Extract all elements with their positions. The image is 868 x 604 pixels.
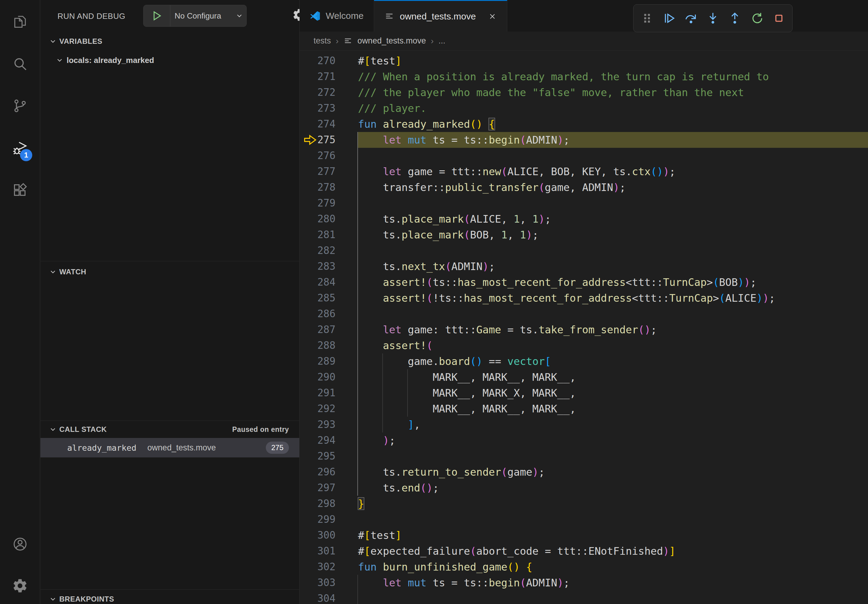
line-number[interactable]: 278: [299, 180, 335, 195]
run-and-debug-sidebar: RUN AND DEBUG No Configura ··· VARIABLES: [40, 0, 299, 604]
section-breakpoints[interactable]: BREAKPOINTS: [40, 591, 299, 604]
line-number[interactable]: 292: [299, 401, 335, 417]
chevron-down-icon: [49, 37, 57, 45]
line-number[interactable]: 281: [299, 227, 335, 243]
breadcrumb-file[interactable]: owned_tests.move: [357, 36, 426, 46]
line-number[interactable]: 301: [299, 543, 335, 559]
line-number[interactable]: 285: [299, 290, 335, 306]
code-line-284: 284 assert!(ts::has_most_recent_for_addr…: [299, 274, 868, 290]
code-text: transfer::public_transfer(game, ADMIN);: [358, 180, 626, 195]
run-and-debug-icon[interactable]: 1: [0, 134, 40, 163]
frame-function: already_marked: [67, 443, 136, 452]
line-number[interactable]: 297: [299, 480, 335, 496]
line-number[interactable]: 286: [299, 306, 335, 322]
code-text: ],: [358, 417, 420, 432]
line-number[interactable]: 287: [299, 322, 335, 338]
line-number[interactable]: 299: [299, 511, 335, 527]
line-number[interactable]: 280: [299, 211, 335, 227]
code-line-298: 298}: [299, 496, 868, 511]
line-number[interactable]: 290: [299, 369, 335, 385]
move-file-icon: [384, 12, 394, 21]
config-dropdown[interactable]: No Configura: [170, 11, 236, 21]
line-number[interactable]: 271: [299, 69, 335, 85]
code-text: let game: ttt::Game = ts.take_from_sende…: [358, 322, 657, 338]
code-text: ts.place_mark(ALICE, 1, 1);: [358, 211, 551, 227]
close-icon[interactable]: [488, 12, 497, 21]
section-divider: [40, 421, 299, 421]
account-icon[interactable]: [0, 530, 40, 559]
line-number[interactable]: 274: [299, 116, 335, 132]
code-line-296: 296 ts.return_to_sender(game);: [299, 464, 868, 480]
line-number[interactable]: 283: [299, 259, 335, 274]
line-number[interactable]: 288: [299, 338, 335, 353]
line-number[interactable]: 291: [299, 385, 335, 401]
line-number[interactable]: 295: [299, 448, 335, 464]
code-line-294: 294 );: [299, 432, 868, 448]
code-text: MARK__, MARK__, MARK__,: [358, 401, 576, 417]
section-call-stack[interactable]: CALL STACK Paused on entry: [40, 421, 299, 437]
code-text: ts.return_to_sender(game);: [358, 464, 545, 480]
section-watch[interactable]: WATCH: [40, 264, 299, 280]
code-line-304: 304: [299, 591, 868, 604]
extensions-icon[interactable]: [0, 176, 40, 205]
activity-bar: 1: [0, 0, 40, 604]
code-text: MARK__, MARK__, MARK__,: [358, 369, 576, 385]
line-number[interactable]: 304: [299, 591, 335, 604]
line-number[interactable]: 294: [299, 432, 335, 448]
chevron-down-icon: [49, 426, 57, 434]
step-out-icon[interactable]: [726, 10, 743, 27]
line-number[interactable]: 272: [299, 85, 335, 101]
sidebar-title: RUN AND DEBUG: [57, 12, 125, 21]
code-text: fun already_marked() {: [358, 116, 495, 132]
line-number[interactable]: 277: [299, 164, 335, 180]
breadcrumb: tests › owned_tests.move › ...: [299, 32, 868, 51]
breadcrumb-symbol[interactable]: ...: [439, 36, 446, 46]
line-number[interactable]: 293: [299, 417, 335, 432]
line-number[interactable]: 284: [299, 274, 335, 290]
section-variables[interactable]: VARIABLES: [40, 34, 299, 49]
settings-gear-icon[interactable]: [0, 571, 40, 600]
code-line-300: 300#[test]: [299, 527, 868, 543]
source-control-icon[interactable]: [0, 91, 40, 121]
search-icon[interactable]: [0, 49, 40, 79]
explorer-icon[interactable]: [0, 7, 40, 36]
code-line-275: 275 let mut ts = ts::begin(ADMIN);: [299, 132, 868, 148]
line-number[interactable]: 279: [299, 195, 335, 211]
tab-welcome[interactable]: Welcome: [299, 0, 374, 32]
step-over-icon[interactable]: [682, 10, 699, 27]
continue-icon[interactable]: [660, 10, 677, 27]
drag-handle-icon[interactable]: [639, 10, 656, 27]
breadcrumb-folder[interactable]: tests: [313, 36, 331, 46]
line-number[interactable]: 302: [299, 559, 335, 575]
line-number[interactable]: 270: [299, 53, 335, 69]
stop-icon[interactable]: [770, 10, 787, 27]
code-text: assert!(ts::has_most_recent_for_address<…: [358, 274, 756, 290]
line-number[interactable]: 300: [299, 527, 335, 543]
vscode-logo-icon: [310, 11, 320, 21]
code-text: let mut ts = ts::begin(ADMIN);: [358, 575, 570, 591]
start-debug-button[interactable]: [144, 5, 170, 26]
code-line-272: 272/// the player who made the "false" m…: [299, 85, 868, 101]
step-into-icon[interactable]: [704, 10, 721, 27]
chevron-down-icon: [49, 595, 57, 603]
line-number[interactable]: 289: [299, 353, 335, 369]
call-stack-frame[interactable]: already_marked owned_tests.move 275: [40, 438, 299, 457]
code-line-283: 283 ts.next_tx(ADMIN);: [299, 259, 868, 274]
chevron-down-icon[interactable]: [236, 12, 246, 20]
variables-scope-locals[interactable]: locals: already_marked: [40, 52, 299, 69]
line-number[interactable]: 282: [299, 243, 335, 259]
pause-status: Paused on entry: [232, 426, 289, 434]
code-text: /// When a position is already marked, t…: [358, 69, 769, 85]
chevron-down-icon: [49, 268, 57, 276]
line-number[interactable]: 273: [299, 101, 335, 116]
line-number[interactable]: 276: [299, 148, 335, 164]
line-number[interactable]: 296: [299, 464, 335, 480]
line-number[interactable]: 298: [299, 496, 335, 511]
restart-icon[interactable]: [749, 10, 766, 27]
code-line-293: 293 ],: [299, 417, 868, 432]
code-text: game.board() == vector[: [358, 353, 551, 369]
line-number[interactable]: 303: [299, 575, 335, 591]
debug-badge: 1: [20, 149, 32, 161]
tab-owned-tests-move[interactable]: owned_tests.move: [374, 0, 507, 32]
code-editor[interactable]: 270#[test]271/// When a position is alre…: [299, 51, 868, 604]
